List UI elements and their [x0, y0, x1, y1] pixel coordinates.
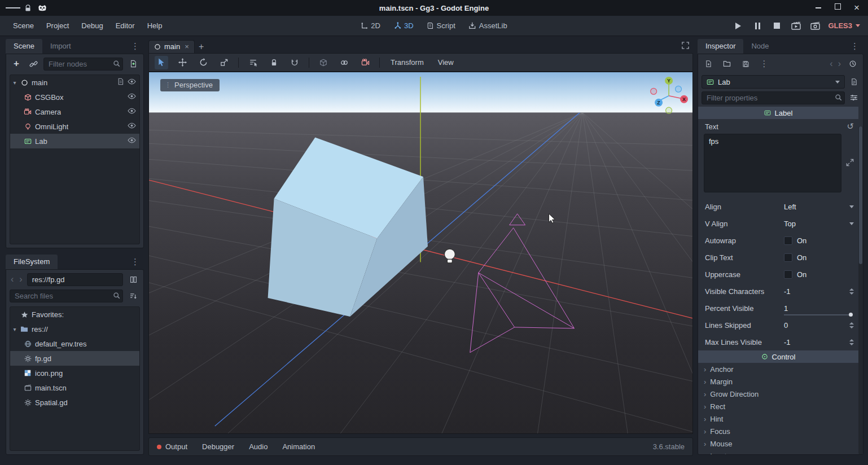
- window-menu-icon[interactable]: [6, 6, 20, 10]
- select-tool-icon[interactable]: [155, 56, 168, 69]
- uppercase-checkbox[interactable]: [784, 270, 792, 279]
- mode-script-button[interactable]: Script: [423, 20, 460, 32]
- expander-icon[interactable]: ▾: [10, 326, 19, 332]
- visibility-eye-icon[interactable]: [128, 107, 136, 116]
- add-node-button[interactable]: +: [10, 57, 23, 71]
- mode-2d-button[interactable]: 2D: [356, 20, 385, 32]
- menu-editor[interactable]: Editor: [109, 16, 141, 36]
- group-tool-icon[interactable]: [337, 56, 351, 69]
- scene-tab-main[interactable]: main ×: [148, 40, 195, 53]
- lock-tool-icon[interactable]: [267, 56, 280, 69]
- tab-import[interactable]: Import: [42, 39, 79, 54]
- file-row-spatial-gd[interactable]: Spatial.gd: [10, 395, 139, 410]
- lock-icon[interactable]: [20, 5, 35, 12]
- close-tab-icon[interactable]: ×: [185, 42, 189, 51]
- play-scene-button[interactable]: [790, 20, 802, 32]
- file-row-default-env[interactable]: default_env.tres: [10, 336, 139, 351]
- dock-options-icon[interactable]: ⋮: [126, 257, 144, 269]
- split-mode-icon[interactable]: [126, 273, 140, 286]
- inspector-scrollbar[interactable]: [858, 126, 863, 454]
- group-margin[interactable]: ›Margin: [698, 375, 858, 388]
- valign-dropdown[interactable]: Top: [784, 220, 854, 228]
- object-history-icon[interactable]: [846, 57, 860, 71]
- visibility-eye-icon[interactable]: [128, 122, 136, 131]
- load-resource-icon[interactable]: [720, 57, 734, 71]
- group-focus[interactable]: ›Focus: [698, 425, 858, 437]
- view-menu[interactable]: View: [435, 58, 457, 67]
- rotate-tool-icon[interactable]: [196, 56, 210, 69]
- file-row-fp-gd[interactable]: fp.gd: [10, 351, 139, 366]
- renderer-dropdown[interactable]: GLES3: [828, 21, 860, 30]
- percent-visible-slider[interactable]: 1: [784, 300, 854, 317]
- tree-row-main[interactable]: ▾ main: [10, 75, 139, 90]
- menu-help[interactable]: Help: [141, 16, 169, 36]
- mode-assetlib-button[interactable]: AssetLib: [464, 20, 512, 32]
- expander-icon[interactable]: ▾: [10, 80, 19, 86]
- group-mouse[interactable]: ›Mouse: [698, 437, 858, 450]
- transform-menu[interactable]: Transform: [387, 58, 427, 67]
- tab-animation[interactable]: Animation: [282, 442, 315, 451]
- move-tool-icon[interactable]: [176, 56, 189, 69]
- sort-icon[interactable]: [126, 289, 140, 302]
- align-dropdown[interactable]: Left: [784, 203, 854, 211]
- snap-tool-icon[interactable]: [288, 56, 301, 69]
- object-selector-dropdown[interactable]: Lab: [702, 75, 845, 89]
- minimize-button[interactable]: [813, 2, 824, 14]
- instance-scene-icon[interactable]: [27, 57, 40, 71]
- clip-text-checkbox[interactable]: [784, 253, 792, 262]
- autowrap-checkbox[interactable]: [784, 236, 792, 245]
- play-custom-scene-button[interactable]: [809, 20, 821, 32]
- visibility-eye-icon[interactable]: [128, 93, 136, 102]
- visible-characters-spinner[interactable]: -1: [784, 287, 854, 296]
- tab-scene[interactable]: Scene: [6, 39, 42, 54]
- group-anchor[interactable]: ›Anchor: [698, 363, 858, 375]
- visibility-eye-icon[interactable]: [128, 137, 136, 146]
- max-lines-visible-spinner[interactable]: -1: [784, 338, 854, 346]
- new-resource-icon[interactable]: [702, 57, 715, 71]
- stop-button[interactable]: [770, 20, 783, 32]
- list-select-icon[interactable]: [246, 56, 260, 69]
- perspective-menu[interactable]: ⋮ Perspective: [160, 79, 220, 91]
- filter-nodes-input[interactable]: [43, 58, 123, 71]
- tree-row-omnilight[interactable]: OmniLight: [10, 119, 139, 134]
- search-files-input[interactable]: [10, 289, 123, 302]
- viewport-canvas[interactable]: Y X Z: [149, 72, 692, 433]
- group-input[interactable]: ›Input: [698, 450, 858, 454]
- file-row-icon-png[interactable]: icon.png: [10, 366, 139, 380]
- group-rect[interactable]: ›Rect: [698, 400, 858, 413]
- filter-properties-input[interactable]: [702, 91, 845, 104]
- close-button[interactable]: ×: [851, 2, 862, 14]
- dock-options-icon[interactable]: ⋮: [126, 41, 144, 54]
- pause-button[interactable]: [751, 20, 764, 32]
- visibility-eye-icon[interactable]: [128, 78, 136, 87]
- tab-output[interactable]: Output: [157, 442, 187, 451]
- tree-row-camera[interactable]: Camera: [10, 104, 139, 119]
- lines-skipped-spinner[interactable]: 0: [784, 321, 854, 330]
- tree-row-favorites[interactable]: Favorites:: [10, 307, 139, 322]
- play-button[interactable]: [732, 20, 744, 32]
- forward-icon[interactable]: ›: [18, 274, 23, 284]
- new-scene-tab-button[interactable]: +: [195, 42, 208, 53]
- menu-project[interactable]: Project: [40, 16, 75, 36]
- distraction-free-icon[interactable]: [681, 41, 690, 53]
- save-resource-icon[interactable]: [739, 57, 752, 71]
- attach-script-icon[interactable]: [126, 57, 140, 71]
- tab-debugger[interactable]: Debugger: [202, 442, 234, 451]
- revert-icon[interactable]: ↺: [847, 121, 854, 131]
- environment-toggle-icon[interactable]: [317, 56, 330, 69]
- tab-filesystem[interactable]: FileSystem: [6, 255, 58, 269]
- expand-icon[interactable]: [846, 159, 854, 168]
- script-icon[interactable]: [117, 78, 124, 87]
- mode-3d-button[interactable]: 3D: [389, 20, 418, 32]
- history-back-icon[interactable]: ‹: [830, 59, 832, 69]
- 3d-viewport[interactable]: Y X Z ⋮ Perspective: [148, 72, 693, 434]
- back-icon[interactable]: ‹: [10, 274, 15, 284]
- history-forward-icon[interactable]: ›: [838, 59, 841, 69]
- tree-row-lab[interactable]: Lab: [10, 134, 139, 148]
- property-tools-icon[interactable]: [848, 91, 860, 104]
- scale-tool-icon[interactable]: [217, 56, 231, 69]
- tree-row-csgbox[interactable]: CSGBox: [10, 90, 139, 104]
- menu-debug[interactable]: Debug: [75, 16, 109, 36]
- file-row-main-tscn[interactable]: main.tscn: [10, 380, 139, 395]
- maximize-button[interactable]: [832, 2, 843, 14]
